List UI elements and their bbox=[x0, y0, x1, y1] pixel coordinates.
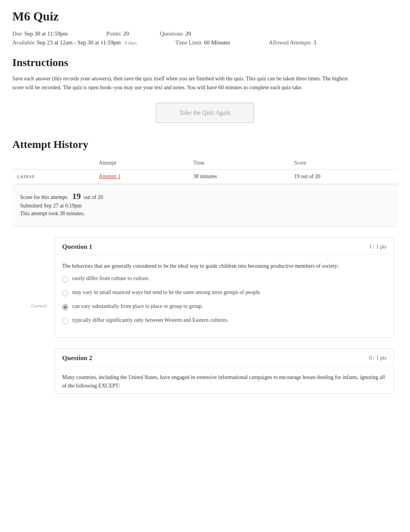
question-1: Question 1 1 / 1 pts The behaviors that … bbox=[55, 237, 394, 337]
question-2: Question 2 0 / 1 pts Many countries, inc… bbox=[55, 348, 394, 394]
row-time: 38 minutes bbox=[188, 170, 289, 184]
question-header: Question 2 0 / 1 pts bbox=[55, 349, 393, 366]
answer-option: rarely differ from culture to culture. bbox=[62, 275, 386, 282]
days-label: 8 days bbox=[125, 40, 137, 46]
attempt-detail: Score for this attempt: 19 out of 20 Sub… bbox=[12, 184, 398, 226]
row-attempt[interactable]: Attempt 1 bbox=[94, 170, 189, 184]
answer-option: may vary in small nuanced ways but tend … bbox=[62, 289, 386, 296]
attempt-history-title: Attempt History bbox=[12, 138, 398, 151]
question-body: Many countries, including the United Sta… bbox=[55, 366, 393, 394]
points-value: 20 bbox=[123, 31, 129, 37]
available-value: Sep 23 at 12am - Sep 30 at 11:59pm bbox=[37, 39, 121, 46]
question-body: The behaviors that are generally conside… bbox=[55, 255, 393, 274]
score-number: 19 bbox=[72, 191, 81, 201]
available-label: Available bbox=[12, 39, 34, 46]
take-quiz-button[interactable]: Take the Quiz Again bbox=[156, 103, 254, 123]
radio-button[interactable] bbox=[62, 276, 68, 282]
col-tag bbox=[12, 157, 94, 170]
score-label: Score for this attempt: bbox=[20, 194, 68, 200]
questions-container: Question 1 1 / 1 pts The behaviors that … bbox=[12, 237, 398, 394]
radio-button[interactable] bbox=[62, 318, 68, 324]
attempt-history-table: Attempt Time Score LATEST Attempt 1 38 m… bbox=[12, 157, 398, 184]
take-quiz-button-wrap: Take the Quiz Again bbox=[12, 103, 398, 123]
option-text: can vary substantially from place to pla… bbox=[72, 303, 203, 309]
table-row: LATEST Attempt 1 38 minutes 19 out of 20 bbox=[12, 170, 398, 184]
radio-button[interactable] bbox=[62, 290, 68, 296]
time-limit-label: Time Limit bbox=[175, 39, 202, 46]
question-header: Question 1 1 / 1 pts bbox=[55, 238, 393, 255]
answer-options: rarely differ from culture to culture. m… bbox=[55, 274, 393, 337]
score-row: Score for this attempt: 19 out of 20 bbox=[20, 191, 390, 201]
due-value: Sep 30 at 11:59pm bbox=[24, 31, 68, 37]
instructions-text: Save each answer (this records your answ… bbox=[12, 74, 360, 92]
duration-row: This attempt took 38 minutes. bbox=[20, 211, 390, 217]
col-time: Time bbox=[188, 157, 289, 170]
option-text: may vary in small nuanced ways but tend … bbox=[72, 289, 261, 296]
submitted-row: Submitted Sep 27 at 6:19pm bbox=[20, 203, 390, 209]
points-label: Points bbox=[106, 31, 121, 37]
quiz-title: M6 Quiz bbox=[12, 9, 398, 24]
due-label: Due bbox=[12, 31, 22, 37]
col-score: Score bbox=[290, 157, 398, 170]
question-pts: 0 / 1 pts bbox=[369, 355, 386, 361]
questions-label: Questions bbox=[160, 31, 183, 37]
option-text: rarely differ from culture to culture. bbox=[72, 275, 149, 282]
quiz-meta: Due Sep 30 at 11:59pm Points 20 Question… bbox=[12, 31, 398, 48]
instructions-title: Instructions bbox=[12, 56, 398, 69]
question-pts: 1 / 1 pts bbox=[369, 244, 386, 250]
allowed-attempts-value: 3 bbox=[313, 39, 317, 46]
option-text: typically differ significantly only betw… bbox=[72, 317, 229, 323]
time-limit-value: 60 Minutes bbox=[204, 39, 230, 46]
answer-option: Correct! can vary substantially from pla… bbox=[62, 303, 386, 310]
score-out-of: out of 20 bbox=[83, 194, 103, 200]
correct-label: Correct! bbox=[31, 303, 47, 309]
question-title: Question 2 bbox=[62, 354, 92, 362]
row-tag: LATEST bbox=[12, 170, 94, 184]
answer-option: typically differ significantly only betw… bbox=[62, 317, 386, 324]
question-title: Question 1 bbox=[62, 243, 92, 251]
questions-value: 20 bbox=[185, 31, 191, 37]
row-score: 19 out of 20 bbox=[290, 170, 398, 184]
radio-button[interactable] bbox=[62, 304, 68, 310]
col-attempt: Attempt bbox=[94, 157, 189, 170]
allowed-attempts-label: Allowed Attempts bbox=[269, 39, 311, 46]
